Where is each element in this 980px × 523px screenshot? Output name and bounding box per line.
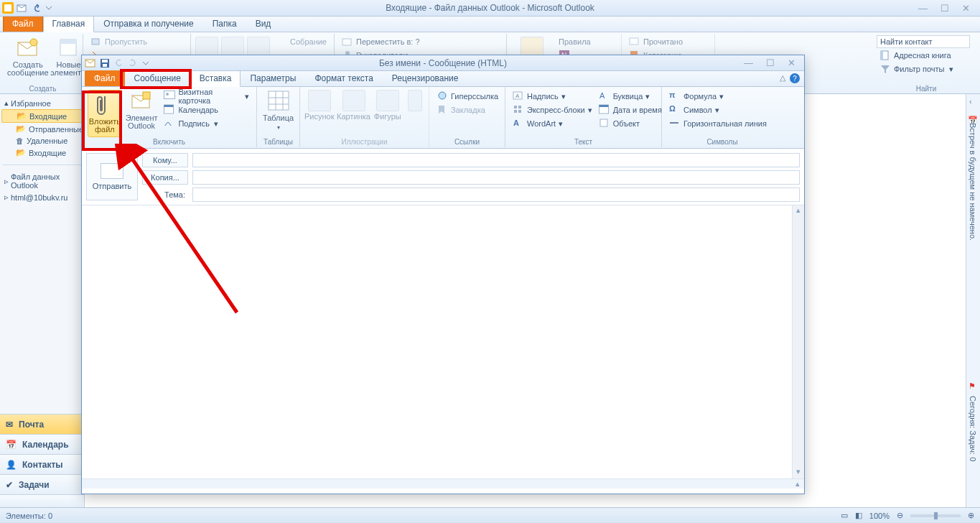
bizcard-button[interactable]: Визитная карточка▾	[161, 90, 252, 103]
favorites-header[interactable]: ▴Избранное	[1, 97, 83, 109]
smartart-button[interactable]	[405, 88, 424, 111]
nav-inbox[interactable]: 📂Входящие	[1, 109, 83, 123]
shapes-button[interactable]: Фигуры	[373, 88, 403, 121]
svg-rect-39	[600, 119, 607, 126]
signature-button[interactable]: Подпись▾	[161, 117, 252, 130]
save-icon[interactable]	[99, 57, 111, 69]
mail-icon	[85, 57, 96, 69]
new-message-button[interactable]: Создать сообщение	[7, 35, 49, 77]
tab-view[interactable]: Вид	[246, 16, 281, 32]
table-button[interactable]: Таблица▾	[261, 88, 295, 131]
tab-file[interactable]: Файл	[3, 16, 43, 32]
qat-dropdown-icon[interactable]	[45, 2, 57, 14]
undo-icon[interactable]	[31, 2, 42, 14]
compose-maximize-button[interactable]: ☐	[766, 57, 775, 68]
nav-mail-button[interactable]: ✉Почта	[0, 414, 84, 434]
ribbon-collapse-icon[interactable]: △	[780, 73, 785, 83]
tab-home[interactable]: Главная	[43, 16, 95, 32]
compose-header-fields: Отправить Кому... Копия... Тема:	[82, 149, 804, 205]
view-reading-icon[interactable]: ◧	[855, 511, 862, 520]
no-meetings-text: Встреч в будущем не намечено.	[969, 123, 977, 241]
calendar-button[interactable]: Календарь	[161, 103, 252, 116]
datafile-node[interactable]: ▹Файл данных Outlook	[1, 171, 83, 191]
nav-inbox2[interactable]: 📂Входящие	[1, 147, 83, 159]
attach-file-button[interactable]: Вложить файл	[88, 90, 122, 137]
cc-input[interactable]	[192, 170, 800, 185]
tab-sendrecv[interactable]: Отправка и получение	[94, 16, 202, 32]
drawing-button[interactable]: Рисунок	[304, 88, 335, 121]
caption-button[interactable]: AНадпись▾	[510, 90, 569, 103]
ctab-insert[interactable]: Вставка	[190, 70, 241, 87]
zoom-in-button[interactable]: ⊕	[968, 511, 974, 520]
tab-folder[interactable]: Папка	[203, 16, 246, 32]
svg-rect-27	[269, 91, 289, 110]
zoom-slider[interactable]	[910, 514, 961, 517]
group-text-label: Текст	[510, 137, 657, 147]
ctab-message[interactable]: Сообщение	[125, 70, 190, 86]
addressbook-button[interactable]: Адресная книга	[877, 49, 954, 62]
formula-button[interactable]: πФормула▾	[666, 90, 727, 103]
compose-close-button[interactable]: ✕	[788, 57, 795, 68]
redo-icon[interactable]	[128, 57, 139, 69]
dropcap-button[interactable]: AБуквица▾	[596, 90, 653, 103]
message-body-input[interactable]	[82, 205, 791, 478]
object-button[interactable]: Объект	[596, 117, 643, 130]
to-input[interactable]	[192, 153, 800, 167]
folder-icon: 📂	[16, 148, 26, 157]
to-button[interactable]: Кому...	[142, 153, 188, 167]
nav-calendar-button[interactable]: 📅Календарь	[0, 434, 84, 454]
nav-shortcuts[interactable]	[0, 494, 84, 507]
bookmark-button[interactable]: Закладка	[434, 103, 488, 116]
ctab-options[interactable]: Параметры	[241, 70, 305, 86]
minimize-button[interactable]: —	[918, 3, 928, 14]
qat-dropdown-icon[interactable]	[142, 57, 154, 69]
nav-sent[interactable]: 📂Отправленные	[1, 123, 83, 135]
ctab-format[interactable]: Формат текста	[305, 70, 382, 86]
ctab-file[interactable]: Файл	[85, 70, 125, 86]
scrollbar[interactable]: ▴ ▾	[792, 205, 804, 478]
group-illustr-label: Иллюстрации	[304, 137, 424, 147]
quick-button[interactable]: Экспресс-блоки▾	[510, 103, 595, 116]
nav-tasks-button[interactable]: ✔Задачи	[0, 474, 84, 494]
group-create-label: Создать	[7, 84, 78, 94]
close-button[interactable]: ✕	[962, 3, 970, 14]
outlook-item-button[interactable]: Элемент Outlook	[125, 88, 159, 130]
account-node[interactable]: ▹html@10bukv.ru	[1, 191, 83, 203]
view-normal-icon[interactable]: ▭	[841, 511, 848, 520]
sendrecv-icon[interactable]	[17, 2, 28, 14]
meeting-button[interactable]: Собрание	[273, 35, 330, 48]
trash-icon: 🗑	[16, 136, 24, 145]
todo-bar[interactable]: ‹ 📅 Встреч в будущем не намечено. ⚑ Сего…	[966, 94, 980, 507]
nav-contacts-button[interactable]: 👤Контакты	[0, 454, 84, 474]
send-button[interactable]: Отправить	[86, 153, 138, 200]
zoom-level: 100%	[869, 512, 890, 520]
hyperlink-button[interactable]: Гиперссылка	[434, 90, 501, 103]
cc-button[interactable]: Копия...	[142, 170, 188, 185]
subject-label: Тема:	[142, 190, 188, 199]
maximize-button[interactable]: ☐	[941, 3, 949, 14]
read-button[interactable]: Прочитано	[626, 35, 686, 48]
help-icon[interactable]: ?	[790, 73, 800, 83]
wordart-button[interactable]: AWordArt▾	[510, 117, 566, 130]
nav-deleted[interactable]: 🗑Удаленные	[1, 135, 83, 147]
moveto-button[interactable]: Переместить в: ?	[339, 35, 423, 48]
svg-point-24	[166, 93, 169, 96]
subject-input[interactable]	[192, 188, 800, 202]
ctab-review[interactable]: Рецензирование	[383, 70, 468, 86]
hr-button[interactable]: Горизонтальная линия	[666, 117, 770, 130]
svg-rect-9	[342, 39, 351, 45]
compose-minimize-button[interactable]: —	[744, 57, 753, 68]
svg-text:A: A	[515, 93, 520, 99]
picture-button[interactable]: Картинка	[337, 88, 370, 121]
zoom-out-button[interactable]: ⊖	[897, 511, 903, 520]
skip-button[interactable]: Пропустить	[88, 35, 150, 48]
compose-titlebar: Без имени - Сообщение (HTML) — ☐ ✕	[82, 55, 804, 71]
find-contact-input[interactable]: Найти контакт	[877, 35, 970, 48]
mailfilter-button[interactable]: Фильтр почты▾	[877, 63, 956, 75]
datetime-button[interactable]: Дата и время	[596, 103, 665, 116]
svg-point-4	[30, 39, 37, 46]
symbol-button[interactable]: ΩСимвол▾	[666, 103, 722, 116]
folder-icon: 📂	[17, 111, 27, 121]
rules-button[interactable]: Правила	[556, 35, 594, 48]
undo-icon[interactable]	[113, 57, 125, 69]
